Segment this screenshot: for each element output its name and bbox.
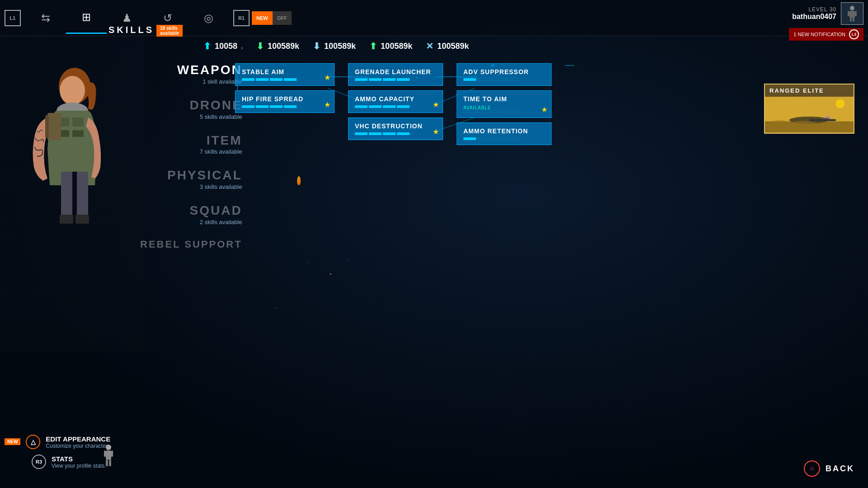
stats-text: STATS View your profile stats. [52, 455, 106, 469]
skill-card-title-adv-supp: ADV SUPPRESSOR [463, 68, 545, 75]
skill-card-title-vhc: VHC DESTRUCTION [355, 122, 436, 130]
svg-rect-40 [109, 460, 111, 466]
skill-cat-available-physical: 3 skills available [140, 183, 242, 190]
star-icon-ammo-cap: ★ [433, 100, 439, 109]
edit-appearance-label: EDIT APPEARANCE [46, 435, 110, 443]
grid-icon: ⊞ [82, 11, 91, 23]
skill-card-ammo-retention[interactable]: AMMO RETENTION [457, 122, 552, 145]
svg-point-34 [836, 99, 845, 108]
stats-action[interactable]: R3 STATS View your profile stats. [5, 455, 110, 469]
svg-point-35 [106, 445, 111, 450]
skill-bars-ammo-cap [355, 105, 436, 108]
skill-cat-available-squad: 2 skills available [140, 219, 242, 225]
currency-item-1: ⬆ 10058 , [203, 41, 243, 52]
currency-value-2: 100589k [268, 42, 299, 51]
star-icon-tta: ★ [541, 105, 547, 114]
skill-cat-drone[interactable]: DRONE 5 skills available [140, 99, 242, 120]
skill-cat-physical[interactable]: PHYSICAL 3 skills available [140, 169, 242, 190]
triangle-button[interactable]: △ [26, 435, 40, 449]
player-avatar [841, 2, 863, 25]
particle [276, 307, 277, 308]
svg-point-0 [850, 6, 854, 10]
skill-card-time-to-aim[interactable]: TIME TO AIM AVAILABLE ★ [457, 90, 552, 118]
currency-bar: ⬆ 10058 , ⬇ 100589k ⬇ 100589k ⬆ 100589k … [203, 41, 687, 52]
currency-item-5: ✕ 100589k [426, 41, 469, 52]
ranged-elite-title: RANGED ELITE [765, 84, 854, 97]
arrows-icon: ⇆ [41, 12, 50, 24]
player-level-info: LEVEL 30 bathuan0407 [792, 6, 836, 21]
skill-cat-rebel[interactable]: REBEL SUPPORT [140, 239, 242, 250]
nav-toggle[interactable]: NEW OFF [252, 11, 292, 25]
nav-button-move[interactable]: ⇆ [25, 2, 66, 34]
skill-card-adv-suppressor[interactable]: ADV SUPPRESSOR [457, 63, 552, 86]
mini-character [99, 444, 118, 474]
svg-rect-1 [849, 11, 855, 18]
stats-sub: View your profile stats. [52, 463, 106, 469]
nav-button-eye[interactable]: ◎ [188, 2, 229, 34]
currency-item-4: ⬆ 100589k [369, 41, 412, 52]
back-label: BACK [826, 464, 854, 474]
edit-appearance-action[interactable]: NEW △ EDIT APPEARANCE Customize your cha… [5, 435, 110, 449]
svg-rect-11 [72, 117, 84, 127]
download-icon-3: ⬇ [313, 41, 321, 52]
stats-label: STATS [52, 455, 106, 463]
skill-card-ammo-capacity[interactable]: AMMO CAPACITY ★ [348, 90, 443, 113]
history-icon: ↺ [163, 12, 172, 24]
skill-card-vhc-destruction[interactable]: VHC DESTRUCTION ★ [348, 117, 443, 140]
star-icon-vhc: ★ [433, 127, 439, 136]
skill-cat-weapon[interactable]: WEAPON 1 skill available [140, 63, 242, 85]
ranged-elite-image [765, 97, 854, 133]
svg-rect-15 [45, 115, 49, 138]
skill-cat-item[interactable]: ITEM 7 skills available [140, 134, 242, 155]
upload-icon-4: ⬆ [369, 41, 377, 52]
skills-title: SKILLS [108, 25, 154, 35]
svg-rect-4 [850, 18, 852, 22]
skill-column-1: STABLE AIM ★ HIP FIRE SPREAD ★ [235, 63, 335, 145]
eye-icon: ◎ [204, 12, 213, 24]
r3-button[interactable]: R3 [32, 455, 46, 469]
ranged-elite-card[interactable]: RANGED ELITE [764, 84, 854, 134]
skill-cat-name-drone: DRONE [140, 99, 242, 113]
skill-card-hip-fire-spread[interactable]: HIP FIRE SPREAD ★ [235, 90, 335, 113]
skill-card-title-hip-fire: HIP FIRE SPREAD [242, 95, 328, 103]
star-icon-stable-aim: ★ [324, 73, 330, 82]
skill-bars-grenade [355, 78, 436, 81]
nav-button-skills[interactable]: ⊞ 18 skills available [66, 2, 107, 34]
back-button[interactable]: ○ BACK [804, 460, 854, 477]
toggle-off[interactable]: OFF [273, 11, 292, 25]
toggle-new[interactable]: NEW [252, 11, 273, 25]
svg-rect-2 [848, 11, 849, 16]
player-info: LEVEL 30 bathuan0407 [792, 2, 863, 25]
svg-rect-3 [855, 11, 857, 16]
svg-rect-17 [77, 172, 88, 217]
new-tag-appearance: NEW [5, 438, 20, 445]
skill-card-title-ammo-cap: AMMO CAPACITY [355, 95, 436, 103]
star-icon-hip-fire: ★ [324, 100, 330, 109]
level-text: LEVEL 30 [792, 6, 836, 13]
skill-bars-vhc [355, 132, 436, 135]
svg-rect-32 [809, 119, 836, 121]
currency-value-1: 10058 [215, 42, 237, 51]
notification-text: 1 NEW NOTIFICATION [793, 32, 845, 37]
character-figure [0, 36, 145, 352]
skill-cat-name-item: ITEM [140, 134, 242, 148]
skill-available-tag-tta: AVAILABLE [463, 105, 545, 110]
svg-rect-18 [60, 215, 73, 224]
particle [348, 260, 349, 261]
svg-point-7 [60, 76, 85, 105]
skill-column-2: GRENADE LAUNCHER AMMO CAPACITY ★ VHC DES… [348, 63, 443, 145]
skill-card-grenade-launcher[interactable]: GRENADE LAUNCHER [348, 63, 443, 86]
skill-bars-hip-fire [242, 105, 328, 108]
currency-value-3: 100589k [324, 42, 356, 51]
svg-rect-39 [106, 460, 108, 466]
r1-badge[interactable]: R1 [233, 10, 250, 26]
skill-cat-squad[interactable]: SQUAD 2 skills available [140, 204, 242, 225]
notification-bar: 1 NEW NOTIFICATION L3 [789, 28, 863, 41]
currency-value-4: 100589k [381, 42, 412, 51]
skill-card-stable-aim[interactable]: STABLE AIM ★ [235, 63, 335, 86]
skill-cat-available-item: 7 skills available [140, 148, 242, 155]
skill-cat-name-weapon: WEAPON [140, 63, 242, 77]
skill-cat-name-squad: SQUAD [140, 204, 242, 218]
svg-rect-16 [61, 172, 72, 217]
l1-badge[interactable]: L1 [5, 10, 21, 26]
